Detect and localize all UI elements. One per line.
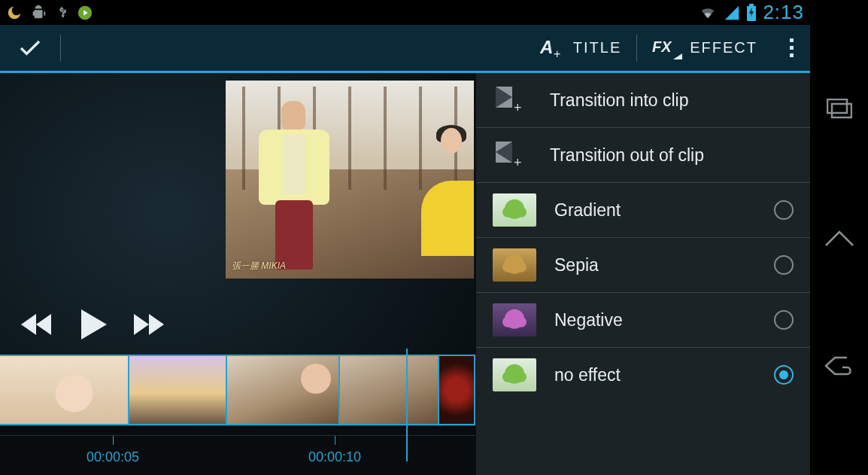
transition-out-label: Transition out of clip <box>550 145 794 166</box>
transition-in-row[interactable]: + Transition into clip <box>476 73 810 128</box>
clip-thumb[interactable] <box>227 356 340 424</box>
svg-text:+: + <box>514 100 522 115</box>
audio-track[interactable] <box>0 425 475 436</box>
status-time: 2:13 <box>763 1 804 24</box>
effect-swatch-icon <box>493 303 536 336</box>
ruler-label: 00:00:10 <box>308 449 361 465</box>
svg-rect-10 <box>827 99 847 113</box>
preview-area: 張一勝 MIKIA <box>0 73 475 355</box>
overflow-menu-button[interactable] <box>772 25 810 71</box>
moon-icon <box>6 5 23 21</box>
clip-thumb[interactable] <box>0 356 129 424</box>
clip-thumb[interactable] <box>129 356 227 424</box>
back-button[interactable] <box>823 349 856 382</box>
transition-out-icon: + <box>493 139 532 172</box>
effect-action[interactable]: FX EFFECT <box>637 25 772 71</box>
transition-in-icon: + <box>493 84 532 117</box>
effect-radio[interactable] <box>774 310 794 330</box>
effect-row-negative[interactable]: Negative <box>476 293 810 348</box>
music-app-icon <box>77 5 93 21</box>
video-preview[interactable]: 張一勝 MIKIA <box>226 81 474 279</box>
effect-row-none[interactable]: no effect <box>476 348 810 402</box>
effect-swatch-icon <box>493 248 536 282</box>
battery-charging-icon <box>746 4 757 22</box>
usb-icon <box>54 4 69 22</box>
transition-in-label: Transition into clip <box>550 90 794 111</box>
play-button[interactable] <box>81 309 107 340</box>
time-ruler: 00:00:05 00:00:10 <box>0 436 475 473</box>
clip-thumb[interactable] <box>340 356 439 424</box>
svg-text:A: A <box>540 37 553 57</box>
clip-strip[interactable] <box>0 355 475 425</box>
wifi-icon <box>698 5 718 21</box>
more-icon <box>790 38 794 57</box>
effect-row-sepia[interactable]: Sepia <box>476 238 810 293</box>
effect-swatch-icon <box>493 193 536 227</box>
rewind-button[interactable] <box>21 312 54 337</box>
effect-radio[interactable] <box>774 200 794 220</box>
title-action[interactable]: A+ TITLE <box>525 25 636 71</box>
action-bar: A+ TITLE FX EFFECT <box>0 25 810 73</box>
recents-button[interactable] <box>823 93 856 126</box>
effect-radio[interactable] <box>774 365 794 385</box>
divider <box>60 35 61 62</box>
effect-swatch-icon <box>493 358 536 391</box>
playback-controls <box>21 309 167 340</box>
signal-icon <box>724 5 740 21</box>
forward-button[interactable] <box>134 312 167 337</box>
ruler-label: 00:00:05 <box>86 449 139 465</box>
status-bar: 2:13 <box>0 0 810 25</box>
effect-label: Sepia <box>554 255 756 276</box>
svg-rect-2 <box>749 4 754 6</box>
svg-text:+: + <box>514 155 522 170</box>
done-button[interactable] <box>0 25 60 71</box>
svg-rect-11 <box>832 104 851 117</box>
watermark-text: 張一勝 MIKIA <box>232 260 286 273</box>
svg-text:+: + <box>554 47 560 59</box>
transition-out-row[interactable]: + Transition out of clip <box>476 128 810 183</box>
effects-panel: + Transition into clip + Transition out … <box>475 73 810 475</box>
system-nav-bar <box>810 0 868 475</box>
timeline[interactable]: 00:00:05 00:00:10 <box>0 355 475 475</box>
home-button[interactable] <box>823 221 856 254</box>
effect-label: Gradient <box>554 200 756 221</box>
android-debug-icon <box>30 4 47 22</box>
clip-thumb[interactable] <box>439 356 475 424</box>
svg-text:FX: FX <box>652 38 672 55</box>
title-label: TITLE <box>573 39 621 56</box>
effect-row-gradient[interactable]: Gradient <box>476 183 810 238</box>
title-icon: A+ <box>540 37 566 59</box>
effect-label: Negative <box>554 310 756 330</box>
fx-icon: FX <box>652 37 682 59</box>
effect-label: EFFECT <box>690 39 757 56</box>
effect-radio[interactable] <box>774 255 794 275</box>
effect-label: no effect <box>554 365 756 385</box>
